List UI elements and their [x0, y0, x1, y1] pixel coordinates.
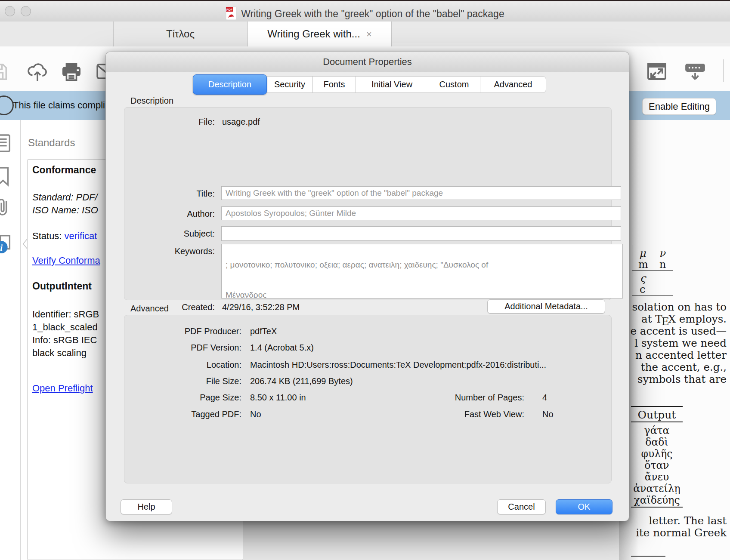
tab-security[interactable]: Security	[266, 77, 312, 92]
output-table-rule	[631, 406, 683, 407]
bookmark-icon[interactable]	[0, 166, 12, 187]
author-label: Author:	[124, 209, 215, 219]
page-size-value: 8.50 x 11.00 in	[250, 393, 306, 403]
advanced-section-label: Advanced	[130, 304, 169, 314]
help-button[interactable]: Help	[121, 499, 172, 514]
tagged-pdf-value: No	[250, 409, 261, 419]
output-row: φυλῆς	[631, 448, 683, 460]
tab-fonts[interactable]: Fonts	[312, 77, 356, 92]
tab-close-icon[interactable]: ×	[366, 29, 372, 40]
description-section-label: Description	[130, 96, 173, 106]
tex-post: X employs.	[668, 313, 727, 325]
fast-web-view-label: Fast Web View:	[407, 409, 524, 419]
number-of-pages-value: 4	[542, 393, 547, 403]
subject-label: Subject:	[124, 229, 215, 239]
tab-description[interactable]: Description	[193, 74, 267, 95]
output-table-rule	[631, 422, 683, 422]
tagged-pdf-label: Tagged PDF:	[124, 409, 241, 419]
toolbar-separator	[723, 59, 724, 82]
identifier-line-3: Info: sRGB IEC	[32, 335, 97, 346]
standard-line: Standard: PDF/	[32, 192, 98, 203]
output-row: δαδὶ	[631, 437, 683, 448]
table-cell: ς	[640, 272, 646, 284]
doc-tab-label: Writing Greek with...	[267, 28, 360, 40]
panel-divider	[20, 120, 21, 560]
tab-initial-view[interactable]: Initial View	[356, 77, 428, 92]
created-value: 4/29/16, 3:52:28 PM	[222, 302, 300, 312]
tex-e: E	[662, 316, 669, 328]
print-icon[interactable]	[61, 62, 82, 83]
iso-name-line: ISO Name: ISO	[32, 205, 98, 216]
document-properties-dialog: Document Properties Description Security…	[105, 52, 629, 521]
output-table-rows: γάτα δαδὶ φυλῆς ὅταν ἄνευ ἀνατείλῃ χαϊδε…	[631, 425, 683, 506]
doc-tab-writing-greek[interactable]: Writing Greek with...×	[247, 22, 392, 46]
pdf-version-label: PDF Version:	[124, 343, 241, 353]
window-titlebar: PDF Writing Greek with the "greek" optio…	[0, 1, 730, 22]
dialog-title: Document Properties	[106, 52, 629, 72]
pdf-producer-label: PDF Producer:	[124, 326, 241, 336]
output-row: ἄνευ	[631, 471, 683, 483]
identifier-line-2: 1_black_scaled	[32, 322, 98, 333]
svg-text:PDF: PDF	[226, 8, 233, 11]
pdf-file-icon: PDF	[226, 6, 237, 20]
description-section-box: File: usage.pdf Title: Writing Greek wit…	[124, 107, 612, 300]
doc-tab-titlos[interactable]: Τίτλος	[113, 22, 247, 46]
keywords-input[interactable]: ; μονοτονικο; πολυτονικο; οξεια; αερας; …	[221, 244, 623, 298]
pdf-producer-value: pdfTeX	[250, 326, 277, 336]
enable-editing-button[interactable]: Enable Editing	[642, 98, 716, 115]
subject-input[interactable]: This document describes the use of the L…	[221, 226, 621, 241]
info-circle-icon	[0, 95, 14, 115]
notification-message: This file claims compli	[13, 100, 105, 111]
output-row: χαϊδεύης	[631, 495, 683, 506]
cancel-button[interactable]: Cancel	[497, 499, 546, 514]
keywords-line: Μένανδρος	[226, 289, 622, 298]
standards-header: Standards	[28, 137, 75, 149]
file-size-value: 206.74 KB (211,699 Bytes)	[250, 376, 353, 386]
author-input[interactable]: Apostolos Syropoulos; Günter Milde	[221, 206, 621, 220]
keywords-line: ; μονοτονικο; πολυτονικο; οξεια; αερας; …	[226, 259, 622, 271]
upload-cloud-icon[interactable]	[27, 61, 48, 83]
page-thumbnails-icon[interactable]	[0, 133, 12, 153]
window-title-text: Writing Greek with the "greek" option of…	[241, 8, 504, 19]
output-row: γάτα	[631, 425, 683, 437]
fast-web-view-value: No	[542, 409, 554, 419]
file-label: File:	[124, 117, 215, 127]
location-label: Location:	[124, 360, 241, 370]
identifier-line-4: black scaling	[32, 348, 87, 359]
output-row: ὅταν	[631, 460, 683, 471]
file-size-label: File Size:	[124, 376, 241, 386]
advanced-section-box: PDF Producer: pdfTeX PDF Version: 1.4 (A…	[124, 315, 612, 483]
location-value: Macintosh HD:Users:ross:Documents:TeX De…	[250, 360, 546, 370]
fullscreen-icon[interactable]	[646, 61, 667, 82]
toolbar-collapse-icon[interactable]	[684, 63, 706, 82]
ok-button[interactable]: OK	[556, 499, 612, 514]
outputintent-heading: OutputIntent	[32, 280, 92, 292]
table-cell: ν	[659, 247, 665, 259]
pdf-version-value: 1.4 (Acrobat 5.x)	[250, 343, 314, 353]
save-icon[interactable]	[0, 62, 9, 82]
table-cell: c	[640, 283, 645, 295]
page-size-label: Page Size:	[124, 393, 241, 403]
open-preflight-link[interactable]: Open Preflight	[32, 383, 93, 394]
verify-conformance-link[interactable]: Verify Conforma	[32, 255, 100, 266]
title-input[interactable]: Writing Greek with the "greek" option of…	[221, 186, 621, 200]
identifier-line-1: Identifier: sRGB	[32, 309, 99, 320]
additional-metadata-button[interactable]: Additional Metadata...	[487, 299, 605, 314]
status-label: Status:	[32, 231, 65, 241]
table-cell: n	[659, 258, 666, 271]
paperclip-icon[interactable]	[0, 197, 12, 217]
table-cell: μ	[639, 247, 646, 259]
standards-panel-icon[interactable]: i	[0, 234, 14, 255]
output-row: ἀνατείλῃ	[631, 483, 683, 495]
number-of-pages-label: Number of Pages:	[407, 393, 524, 403]
tab-advanced[interactable]: Advanced	[480, 77, 546, 92]
tab-custom[interactable]: Custom	[428, 77, 480, 92]
output-table-rule	[631, 507, 683, 508]
status-value[interactable]: verificat	[65, 231, 97, 241]
app-tab-bar: Home Tools Τίτλος Writing Greek with...×	[0, 22, 730, 47]
dialog-tab-group: Description Security Fonts Initial View …	[193, 76, 546, 93]
title-label: Title:	[124, 189, 215, 199]
window-title: PDF Writing Greek with the "greek" optio…	[0, 6, 730, 20]
keywords-label: Keywords:	[124, 246, 215, 256]
output-table-header: Output	[631, 409, 683, 421]
